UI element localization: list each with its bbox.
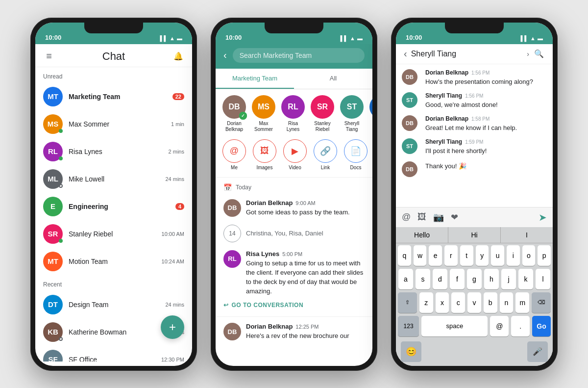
key-shift[interactable]: ⇧: [398, 292, 417, 313]
key-y[interactable]: y: [476, 245, 489, 266]
chat-item-mike-lowell[interactable]: ML Mike Lowell 24 mins: [35, 165, 192, 193]
key-m[interactable]: m: [515, 292, 529, 313]
key-h[interactable]: h: [484, 269, 499, 289]
key-w[interactable]: w: [414, 245, 427, 266]
suggestion-hi[interactable]: Hi: [448, 227, 501, 243]
key-j[interactable]: j: [501, 269, 516, 289]
key-c[interactable]: c: [451, 292, 465, 313]
member-name: DorianBelknap: [225, 121, 243, 132]
notch-1: [84, 23, 143, 33]
chat-name: Max Sommer: [69, 120, 109, 128]
key-k[interactable]: k: [518, 269, 533, 289]
status-icons-3: ▌▌ ▲ ▬: [521, 35, 543, 41]
key-e[interactable]: e: [429, 245, 442, 266]
chat-item-design-team[interactable]: DT Design Team 24 mins: [35, 291, 192, 318]
chat-item-motion-team[interactable]: MT Motion Team 10:24 AM: [35, 248, 192, 275]
key-v[interactable]: v: [467, 292, 481, 313]
msg-time: 5:00 PM: [282, 251, 302, 257]
messages-area: DB Dorian Belknap 1:56 PM How's the pres…: [396, 64, 553, 207]
filter-video[interactable]: ▶ Video: [282, 139, 308, 170]
mic-button[interactable]: 🎤: [527, 341, 548, 362]
at-icon[interactable]: @: [402, 212, 411, 223]
status-time-3: 10:00: [406, 34, 422, 41]
chat-item-marketing-team[interactable]: MT Marketing Team 22: [35, 83, 192, 110]
key-123[interactable]: 123: [398, 316, 419, 336]
msg-meta: Dorian Belknap 1:56 PM: [425, 69, 547, 77]
filter-images[interactable]: 🖼 Images: [252, 139, 277, 170]
key-x[interactable]: x: [436, 292, 449, 313]
reaction-icon[interactable]: ❤: [451, 212, 458, 223]
chat-time: 1 min: [171, 121, 184, 127]
filter-docs[interactable]: 📄 Docs: [343, 139, 368, 170]
hamburger-button[interactable]: [43, 51, 55, 62]
filter-link-label: Link: [321, 165, 330, 170]
filter-me[interactable]: @ Me: [221, 139, 247, 170]
key-t[interactable]: t: [460, 245, 473, 266]
chat-item-info: Max Sommer 1 min: [69, 120, 184, 128]
key-d[interactable]: d: [433, 269, 447, 289]
msg-timestamp: 1:59 PM: [465, 139, 483, 145]
key-at[interactable]: @: [490, 316, 509, 336]
back-button-3[interactable]: ‹: [404, 48, 407, 59]
key-row-3: ⇧ z x c v b n m ⌫: [398, 292, 551, 313]
filter-link[interactable]: 🔗 Link: [313, 139, 338, 170]
send-button[interactable]: ➤: [539, 211, 547, 223]
msg-content: Risa Lynes 5:00 PM Going to setup a time…: [246, 250, 365, 296]
goto-conversation-button[interactable]: ↩ GO TO CONVERSATION: [216, 300, 372, 314]
recent-label: Recent: [35, 275, 192, 291]
keyboard: Hello Hi I q w e r t y u i o p: [396, 227, 553, 366]
emoji-button[interactable]: 😊: [401, 341, 421, 362]
key-backspace[interactable]: ⌫: [532, 292, 551, 313]
bell-button[interactable]: 🔔: [172, 51, 184, 62]
msg-row-5: DB Thank you! 🎉: [402, 161, 547, 177]
key-n[interactable]: n: [500, 292, 514, 313]
key-go[interactable]: Go: [532, 316, 551, 336]
search-placeholder: Search Marketing Team: [240, 52, 312, 59]
suggestion-i[interactable]: I: [501, 227, 553, 243]
chat-item-risa-lynes[interactable]: RL Risa Lynes 2 mins: [35, 138, 192, 165]
key-dot[interactable]: .: [511, 316, 530, 336]
key-g[interactable]: g: [467, 269, 482, 289]
key-space[interactable]: space: [421, 316, 488, 336]
msg-time: 9:00 AM: [295, 200, 315, 206]
back-button[interactable]: ‹: [223, 50, 227, 61]
chat-item-stanley-riebel[interactable]: SR Stanley Riebel 10:00 AM: [35, 220, 192, 248]
key-u[interactable]: u: [491, 245, 504, 266]
key-o[interactable]: o: [522, 245, 536, 266]
divider-2: [216, 316, 372, 317]
chat-time: 2 mins: [169, 149, 184, 155]
key-row-2: a s d f g h j k l: [398, 269, 551, 289]
key-p[interactable]: p: [538, 245, 551, 266]
chat-item-info: Risa Lynes 2 mins: [69, 148, 184, 155]
msg-avatar: DB: [402, 161, 417, 177]
key-z[interactable]: z: [419, 292, 433, 313]
chat-item-engineering[interactable]: E Engineering 4: [35, 193, 192, 220]
camera-icon[interactable]: 📷: [433, 212, 444, 223]
search-bar[interactable]: Search Marketing Team: [233, 48, 365, 63]
key-f[interactable]: f: [450, 269, 465, 289]
fab-button[interactable]: +: [161, 315, 184, 339]
chat-meta: Stanley Riebel 10:00 AM: [69, 230, 184, 238]
key-a[interactable]: a: [398, 269, 413, 289]
avatar: MT: [43, 252, 63, 271]
tab-all[interactable]: All: [294, 69, 372, 89]
key-l[interactable]: l: [536, 269, 550, 289]
chat-item-sf-office[interactable]: SF SF Office 12:30 PM: [35, 346, 192, 362]
key-r[interactable]: r: [444, 245, 458, 266]
suggestion-hello[interactable]: Hello: [396, 227, 448, 243]
key-i[interactable]: i: [507, 245, 520, 266]
chat-name: Stanley Riebel: [69, 230, 113, 238]
msg-sender-name: Dorian Belknap: [425, 115, 468, 122]
key-q[interactable]: q: [398, 245, 411, 266]
chat-item-max-sommer[interactable]: MS Max Sommer 1 min: [35, 110, 192, 138]
tab-marketing-team[interactable]: Marketing Team: [216, 69, 294, 89]
msg-bubble-wrap: Sheryll Tiang 1:56 PM Good, we're almost…: [425, 92, 547, 109]
search-button-3[interactable]: 🔍: [533, 48, 545, 60]
chat-item-info: Mike Lowell 24 mins: [69, 175, 184, 183]
key-b[interactable]: b: [484, 292, 497, 313]
phone-2-screen: 10:00 ▌▌ ▲ ▬ ‹ Search Marketing Team Mar…: [216, 23, 372, 366]
key-s[interactable]: s: [416, 269, 430, 289]
msg-dorian-1: DB Dorian Belknap 9:00 AM Got some ideas…: [216, 195, 372, 221]
team-header: ‹ Search Marketing Team: [216, 44, 372, 69]
image-icon[interactable]: 🖼: [417, 212, 426, 223]
